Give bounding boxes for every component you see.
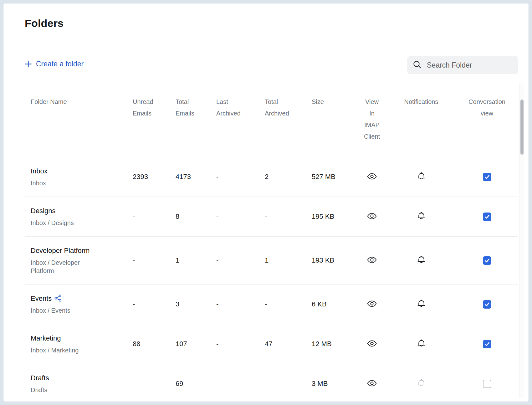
search-box	[407, 56, 518, 74]
folder-path: Drafts	[31, 386, 104, 394]
unread-emails-value: 88	[133, 340, 176, 348]
header-view-in-imap: View In IMAP Client	[357, 96, 387, 142]
last-archived-value: -	[216, 379, 265, 388]
header-size: Size	[312, 96, 357, 142]
folder-path: Inbox / Designs	[31, 219, 104, 227]
unread-emails-value: -	[133, 256, 176, 265]
folder-name-cell: Designs Inbox / Designs	[25, 206, 133, 227]
view-in-imap-eye-icon[interactable]	[367, 257, 377, 264]
total-emails-value: 1	[176, 256, 216, 265]
folder-path: Inbox / Events	[31, 306, 104, 315]
folder-name: Developer Platform	[31, 246, 90, 255]
folder-path: Inbox / Developer Platform	[31, 259, 104, 275]
last-archived-value: -	[216, 256, 265, 265]
folder-name-cell: Events Inbox / Events	[25, 294, 133, 315]
size-value: 527 MB	[312, 172, 357, 181]
create-folder-button[interactable]: Create a folder	[25, 60, 84, 68]
table-header-row: Folder Name Unread Emails Total Emails L…	[25, 94, 518, 157]
settings-panel: Folders Create a folder Folder Name Unre…	[3, 3, 529, 402]
size-value: 12 MB	[312, 340, 357, 348]
last-archived-value: -	[216, 212, 265, 221]
folder-name-cell: Drafts Drafts	[25, 373, 133, 394]
notifications-bell-icon[interactable]	[417, 211, 426, 222]
folder-name-cell: Marketing Inbox / Marketing	[25, 334, 133, 354]
folder-name: Drafts	[31, 373, 49, 383]
folder-name: Inbox	[31, 167, 48, 176]
conversation-view-checkbox[interactable]	[483, 213, 491, 221]
header-folder-name: Folder Name	[25, 96, 133, 142]
conversation-view-checkbox[interactable]	[483, 256, 491, 265]
total-archived-value: 1	[265, 256, 312, 265]
folder-name-cell: Developer Platform Inbox / Developer Pla…	[25, 246, 133, 275]
view-in-imap-eye-icon[interactable]	[367, 173, 377, 181]
size-value: 6 KB	[312, 300, 357, 309]
conversation-view-checkbox[interactable]	[483, 300, 491, 309]
view-in-imap-eye-icon[interactable]	[367, 340, 377, 348]
unread-emails-value: 2393	[133, 172, 176, 181]
view-in-imap-eye-icon[interactable]	[367, 380, 377, 388]
total-emails-value: 8	[176, 212, 216, 221]
folder-path: Inbox	[31, 179, 104, 187]
vertical-scrollbar[interactable]	[519, 83, 524, 398]
header-total-archived: Total Archived	[265, 96, 312, 142]
folder-name-cell: Inbox Inbox	[25, 167, 133, 187]
folder-path: Inbox / Marketing	[31, 346, 104, 354]
folders-table: Folder Name Unread Emails Total Emails L…	[25, 94, 518, 402]
last-archived-value: -	[216, 172, 265, 181]
table-row: Developer Platform Inbox / Developer Pla…	[25, 237, 518, 285]
plus-icon	[25, 60, 32, 68]
notifications-bell-icon[interactable]	[417, 339, 426, 349]
table-body: Inbox Inbox 2393 4173 - 2 527 MB	[25, 157, 518, 402]
total-archived-value: -	[265, 212, 312, 221]
unread-emails-value: -	[133, 379, 176, 388]
header-conversation-view: Conversation view	[456, 96, 518, 142]
notifications-bell-icon[interactable]	[417, 378, 426, 389]
unread-emails-value: -	[133, 212, 176, 221]
header-last-archived: Last Archived	[216, 96, 265, 142]
total-emails-value: 4173	[176, 172, 216, 181]
total-emails-value: 69	[176, 379, 216, 388]
last-archived-value: -	[216, 300, 265, 309]
table-row: Drafts Drafts - 69 - - 3 MB	[25, 364, 518, 402]
header-total-emails: Total Emails	[176, 96, 216, 142]
table-row: Designs Inbox / Designs - 8 - - 195 KB	[25, 197, 518, 237]
toolbar: Create a folder	[25, 56, 518, 74]
notifications-bell-icon[interactable]	[417, 299, 426, 310]
total-archived-value: 2	[265, 172, 312, 181]
header-unread-emails: Unread Emails	[133, 96, 176, 142]
size-value: 193 KB	[312, 256, 357, 265]
share-icon	[54, 295, 62, 303]
search-icon	[413, 60, 422, 70]
table-row: Marketing Inbox / Marketing 88 107 - 47 …	[25, 324, 518, 364]
table-row: Inbox Inbox 2393 4173 - 2 527 MB	[25, 157, 518, 197]
table-row: Events Inbox / Events - 3 - - 6 KB	[25, 285, 518, 324]
scrollbar-thumb[interactable]	[520, 100, 524, 155]
conversation-view-checkbox[interactable]	[483, 380, 491, 388]
create-folder-label: Create a folder	[36, 60, 84, 68]
notifications-bell-icon[interactable]	[417, 255, 426, 266]
total-emails-value: 3	[176, 300, 216, 309]
page-title: Folders	[25, 17, 64, 29]
last-archived-value: -	[216, 340, 265, 348]
unread-emails-value: -	[133, 300, 176, 309]
conversation-view-checkbox[interactable]	[483, 340, 491, 348]
view-in-imap-eye-icon[interactable]	[367, 300, 377, 308]
total-emails-value: 107	[176, 340, 216, 348]
total-archived-value: 47	[265, 340, 312, 348]
total-archived-value: -	[265, 300, 312, 309]
folder-name: Marketing	[31, 334, 61, 343]
conversation-view-checkbox[interactable]	[483, 173, 491, 181]
folder-name: Events	[31, 294, 52, 303]
notifications-bell-icon[interactable]	[417, 172, 426, 182]
search-input[interactable]	[427, 61, 513, 69]
size-value: 3 MB	[312, 379, 357, 388]
size-value: 195 KB	[312, 212, 357, 221]
folder-name: Designs	[31, 206, 55, 216]
total-archived-value: -	[265, 379, 312, 388]
header-notifications: Notifications	[387, 96, 456, 142]
view-in-imap-eye-icon[interactable]	[367, 213, 377, 221]
